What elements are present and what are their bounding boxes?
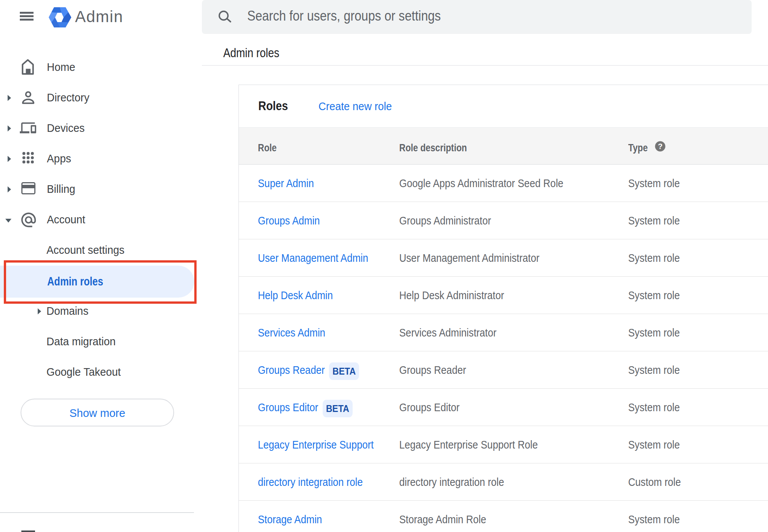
svg-text:?: ? xyxy=(658,142,662,151)
